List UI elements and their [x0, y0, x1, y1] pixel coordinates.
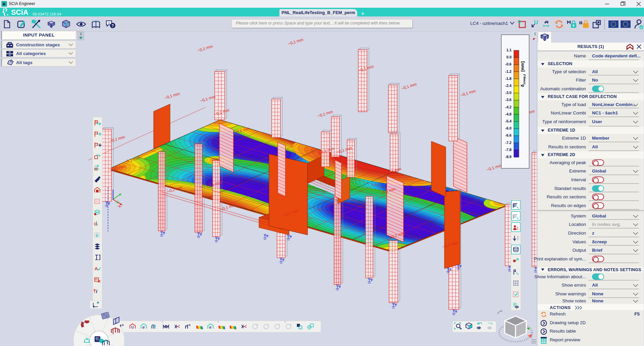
svg-text:c: c — [268, 323, 269, 326]
svg-text:−0,1 mm: −0,1 mm — [317, 109, 333, 118]
svg-text:α: α — [290, 323, 291, 326]
svg-text:i: i — [108, 21, 109, 25]
svg-text:m: m — [545, 20, 548, 23]
svg-text:i: i — [80, 31, 82, 36]
svg-text:−0,1 mm: −0,1 mm — [460, 89, 476, 98]
svg-text:M: M — [165, 325, 167, 329]
svg-text:−0,1 mm: −0,1 mm — [287, 37, 304, 46]
svg-text:σ: σ — [142, 326, 145, 329]
svg-text:−0,1 mm: −0,1 mm — [486, 163, 502, 172]
svg-text:−0,1 mm: −0,1 mm — [164, 91, 180, 100]
svg-text:?: ? — [111, 23, 114, 28]
svg-text:σ: σ — [256, 323, 258, 326]
svg-text:σ: σ — [209, 326, 212, 329]
svg-text:A: A — [95, 266, 98, 271]
svg-text:u: u — [189, 323, 191, 327]
svg-text:−0,1 mm: −0,1 mm — [401, 82, 417, 91]
svg-text:u: u — [122, 323, 124, 327]
svg-text:U: U — [131, 326, 133, 329]
svg-text:i: i — [96, 289, 97, 294]
svg-text:−0,1 mm: −0,1 mm — [197, 44, 213, 53]
svg-text:i: i — [534, 31, 536, 36]
svg-text:−0,1 mm: −0,1 mm — [200, 94, 216, 103]
